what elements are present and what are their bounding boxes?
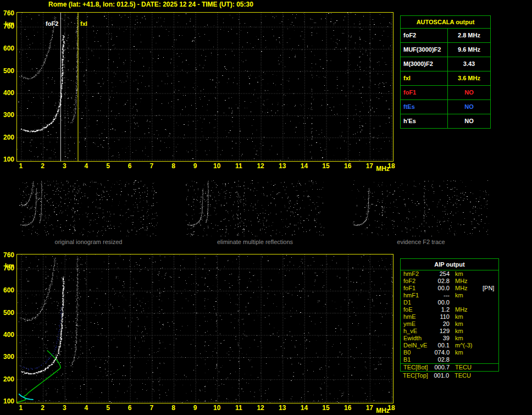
x-tick-13: 13 (276, 404, 289, 412)
autoscala-row-ftEs: ftEsNO (401, 100, 490, 114)
aip-row-label: ymE (403, 320, 431, 328)
aip-row-D1: D100.0 (401, 299, 498, 306)
x-tick-15: 15 (320, 404, 332, 412)
aip-row-value: 1.2 (431, 306, 450, 313)
aip-row-unit: TECU (449, 372, 474, 379)
x-tick-2: 2 (37, 162, 49, 170)
ionogram-scaled-canvas (17, 13, 393, 161)
x-tick-6: 6 (124, 404, 136, 412)
aip-row-label: h_vE (403, 328, 431, 335)
thumbnail-eliminate-reflections (186, 180, 324, 236)
autoscala-row-value: 2.8 MHz (448, 29, 490, 42)
aip-row-value: 074.0 (431, 349, 450, 356)
aip-row-unit (450, 299, 475, 306)
x-tick-14: 14 (298, 162, 310, 170)
aip-row-value: 39 (431, 335, 450, 342)
x-tick-4: 4 (80, 162, 92, 170)
y-tick-100: 100 (1, 156, 14, 163)
aip-row-unit: km (450, 270, 475, 278)
x-tick-1: 1 (15, 404, 27, 412)
aip-row-B1: B102.8 (401, 356, 498, 363)
y-tick-600: 600 (1, 286, 14, 294)
x-tick-11: 11 (232, 404, 245, 412)
thumbnail-caption-eliminate: eliminate multiple reflections (186, 239, 324, 245)
x-tick-15: 15 (320, 162, 332, 170)
aip-row-value: 000.7 (431, 364, 450, 371)
aip-row-label: B0 (403, 349, 431, 356)
x-tick-9: 9 (189, 404, 201, 412)
autoscala-row-label: M(3000)F2 (401, 57, 448, 71)
aip-row-ymE: ymE20km (401, 320, 498, 328)
aip-row-value: 02.8 (431, 356, 450, 363)
y-tick-500: 500 (1, 67, 14, 75)
autoscala-output-table: AUTOSCALA output foF22.8 MHzMUF(3000)F29… (400, 15, 491, 129)
aip-row-value: 20 (431, 320, 450, 328)
autoscala-row-label: h'Es (401, 114, 448, 128)
autoscala-row-value: NO (448, 100, 490, 114)
x-tick-8: 8 (167, 162, 179, 170)
aip-row-value: 001.0 (430, 372, 449, 379)
autoscala-row-foF2: foF22.8 MHz (401, 29, 490, 43)
autoscala-row-h'Es: h'EsNO (401, 114, 490, 128)
x-tick-7: 7 (146, 162, 158, 170)
aip-tec-top-row: TEC[Top]001.0TECU (400, 372, 498, 379)
autoscala-row-label: MUF(3000)F2 (401, 43, 448, 57)
aip-row-hmF2: hmF2254km (401, 270, 498, 278)
thumbnail-original-ionogram (19, 180, 158, 236)
aip-row-extra: [PN] (475, 285, 494, 292)
y-tick-760: 760 (1, 251, 14, 259)
aip-row-label: foF2 (403, 278, 431, 285)
x-tick-12: 12 (254, 162, 267, 170)
x-axis-unit: MHz (376, 407, 390, 414)
aip-row-Ewidth: Ewidth39km (401, 335, 498, 342)
aip-row-hmF1: hmF1---km (401, 292, 498, 299)
aip-row-unit: km (450, 320, 475, 328)
aip-row-value: 00.0 (431, 299, 450, 306)
marker-label-foF2: foF2 (46, 20, 58, 27)
autoscala-row-foF1: foF1NO (401, 86, 490, 100)
aip-row-unit: km (450, 292, 475, 299)
x-tick-1: 1 (15, 162, 27, 170)
aip-table-rows: hmF2254kmfoF202.8MHzfoF100.0MHz[PN]hmF1-… (401, 270, 498, 371)
aip-row-label: DelN_vE (403, 342, 431, 349)
aip-row-value: 00.1 (431, 342, 450, 349)
autoscala-row-MUF(3000)F2: MUF(3000)F29.6 MHz (401, 43, 490, 57)
aip-row-foE: foE1.2MHz (401, 306, 498, 313)
x-tick-14: 14 (298, 404, 310, 412)
y-tick-200: 200 (1, 134, 14, 141)
y-tick-400: 400 (1, 331, 14, 339)
autoscala-row-fxI: fxI3.6 MHz (401, 71, 490, 86)
x-tick-10: 10 (211, 404, 223, 412)
aip-row-label: TEC[Bot] (403, 364, 431, 371)
aip-row-TEC[Top]: TEC[Top]001.0TECU (400, 372, 498, 379)
aip-row-DelN_vE: DelN_vE00.1m^(-3) (401, 342, 498, 349)
x-tick-5: 5 (102, 162, 114, 170)
aip-table-title: AIP output (401, 259, 498, 270)
aip-row-unit: km (450, 335, 475, 342)
autoscala-row-value: NO (448, 114, 490, 128)
aip-row-unit: km (450, 328, 475, 335)
aip-row-label: hmF1 (403, 292, 431, 299)
aip-row-label: TEC[Top] (403, 372, 430, 379)
x-tick-11: 11 (232, 162, 245, 170)
aip-row-value: 254 (431, 270, 450, 278)
autoscala-row-value: 3.43 (448, 57, 490, 71)
autoscala-row-value: NO (448, 86, 490, 99)
page-title: Rome (lat: +41.8, lon: 012.5) - DATE: 20… (48, 1, 253, 8)
top-ionogram-plot: foF2fxI (16, 12, 394, 162)
x-tick-12: 12 (254, 404, 267, 412)
y-tick-400: 400 (1, 89, 14, 97)
ionogram-profile-canvas (17, 254, 393, 403)
x-tick-5: 5 (102, 404, 114, 412)
x-axis-unit: MHz (376, 165, 390, 173)
aip-row-unit: m^(-3) (450, 342, 475, 349)
x-tick-16: 16 (342, 162, 354, 170)
autoscala-row-value: 9.6 MHz (448, 43, 490, 57)
autoscala-row-label: fxI (401, 71, 448, 85)
aip-row-unit: MHz (450, 306, 475, 313)
autoscala-row-M(3000)F2: M(3000)F23.43 (401, 57, 490, 71)
aip-row-value: 00.0 (431, 285, 450, 292)
x-tick-2: 2 (37, 404, 49, 412)
x-tick-3: 3 (58, 162, 70, 170)
aip-output-table: AIP output hmF2254kmfoF202.8MHzfoF100.0M… (400, 258, 499, 372)
